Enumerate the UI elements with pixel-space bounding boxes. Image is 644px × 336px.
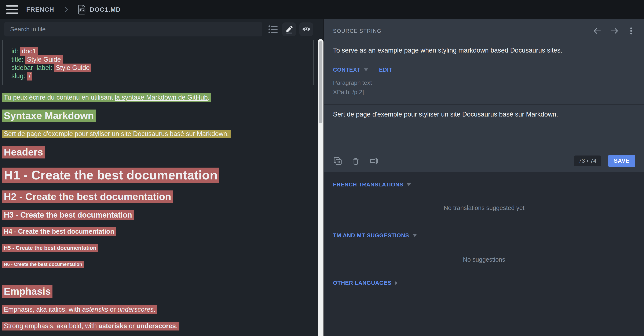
frontmatter-line[interactable]: title: Style Guide: [12, 55, 305, 64]
triangle-down-icon: [407, 183, 411, 186]
char-count-badge: 73 • 74: [574, 155, 601, 166]
context-type-text: Paragraph text: [333, 79, 635, 86]
edit-context-link[interactable]: EDIT: [379, 67, 392, 73]
edit-mode-button[interactable]: [282, 23, 296, 36]
search-input[interactable]: [4, 22, 262, 37]
breadcrumb-file[interactable]: DOC1.MD: [90, 6, 121, 13]
copy-source-icon: [333, 156, 342, 166]
triangle-right-icon: [395, 281, 398, 285]
kebab-menu-icon: [627, 26, 635, 36]
next-string-button[interactable]: [610, 27, 620, 35]
doc-heading-string-h5[interactable]: H5 - Create the best documentation: [2, 244, 315, 251]
string-list-button[interactable]: [268, 24, 279, 35]
source-string-header: SOURCE STRING: [333, 26, 635, 36]
doc-heading-string-h2[interactable]: Headers: [2, 146, 315, 158]
no-translations-message: No translations suggested yet: [333, 205, 635, 211]
doc-heading-string-h4[interactable]: H4 - Create the best documentation: [2, 228, 315, 236]
editor-toolbar: 73 • 74 SAVE: [333, 155, 635, 172]
preview-mode-button[interactable]: [299, 23, 313, 36]
context-xpath-text: XPath: /p[2]: [333, 89, 635, 96]
doc-paragraph-string[interactable]: Emphasis, aka italics, with asterisks or…: [2, 305, 315, 314]
doc-paragraph-string[interactable]: Sert de page d'exemple pour styliser un …: [2, 130, 315, 138]
arrow-left-icon: [592, 27, 602, 35]
doc-paragraph-string[interactable]: Tu peux écrire du contenu en utilisant l…: [2, 93, 315, 102]
doc-heading-string-h6[interactable]: H6 - Create the best documentation: [2, 261, 315, 267]
translation-panel: SOURCE STRING: [324, 19, 644, 336]
context-toggle[interactable]: CONTEXT: [333, 67, 368, 73]
source-string-label: SOURCE STRING: [333, 28, 382, 34]
suggestions-area: FRENCH TRANSLATIONS No translations sugg…: [324, 172, 644, 336]
translation-input[interactable]: Sert de page d'exemple pour styliser un …: [333, 111, 635, 118]
french-translations-toggle[interactable]: FRENCH TRANSLATIONS: [333, 181, 411, 188]
file-preview-panel: id: doc1title: Style Guidesidebar_label:…: [0, 19, 317, 336]
arrow-right-icon: [610, 27, 620, 35]
scrollbar: [317, 19, 324, 336]
breadcrumb-project[interactable]: FRENCH: [26, 6, 54, 13]
doc-heading-string-h3[interactable]: H3 - Create the best documentation: [2, 211, 315, 220]
eye-icon: [302, 25, 311, 34]
copy-source-button[interactable]: [333, 156, 342, 166]
previous-string-button[interactable]: [592, 27, 602, 35]
horizontal-rule: [2, 277, 314, 277]
trash-icon: [352, 156, 360, 166]
tm-mt-suggestions-toggle[interactable]: TM AND MT SUGGESTIONS: [333, 232, 417, 239]
breadcrumb: FRENCH DOC1.MD: [18, 5, 121, 15]
doc-blocks: Tu peux écrire du contenu en utilisant l…: [2, 93, 315, 330]
triangle-down-icon: [412, 234, 417, 237]
pencil-icon: [285, 25, 294, 34]
string-navigation: [592, 26, 635, 36]
topbar: FRENCH DOC1.MD: [0, 0, 644, 19]
menu-button[interactable]: [6, 5, 18, 14]
scrollbar-track[interactable]: [318, 39, 324, 336]
file-toolbar: [0, 19, 317, 37]
frontmatter-line[interactable]: id: doc1: [12, 47, 305, 55]
select-text-button[interactable]: [370, 156, 379, 166]
markdown-file-icon: [78, 5, 86, 15]
app-window: FRENCH DOC1.MD: [0, 0, 644, 336]
context-row: CONTEXT EDIT: [333, 67, 635, 73]
other-languages-toggle[interactable]: OTHER LANGUAGES: [333, 280, 398, 286]
frontmatter-box: id: doc1title: Style Guidesidebar_label:…: [2, 40, 314, 85]
list-icon: [268, 24, 279, 35]
main-split: id: doc1title: Style Guidesidebar_label:…: [0, 19, 644, 336]
doc-paragraph-string[interactable]: Strong emphasis, aka bold, with asterisk…: [2, 322, 315, 330]
hamburger-icon: [6, 5, 18, 7]
save-button[interactable]: SAVE: [608, 155, 635, 167]
translation-editor-card: Sert de page d'exemple pour styliser un …: [324, 105, 644, 172]
doc-heading-string-h2[interactable]: Emphasis: [2, 285, 315, 297]
source-string-card: SOURCE STRING: [324, 19, 644, 104]
frontmatter-line[interactable]: sidebar_label: Style Guide: [12, 64, 305, 72]
frontmatter-line[interactable]: slug: /: [12, 72, 305, 80]
chevron-right-icon: [62, 5, 70, 14]
delete-translation-button[interactable]: [352, 156, 360, 166]
doc-heading-string-h1[interactable]: H1 - Create the best documentation: [2, 168, 315, 183]
doc-heading-string-h2[interactable]: H2 - Create the best documentation: [2, 191, 315, 203]
no-suggestions-message: No suggestions: [333, 256, 635, 263]
text-cursor-icon: [370, 156, 379, 166]
triangle-down-icon: [364, 68, 368, 71]
more-options-button[interactable]: [627, 26, 635, 36]
document-body: id: doc1title: Style Guidesidebar_label:…: [0, 37, 317, 336]
doc-heading-string-h2[interactable]: Syntaxe Markdown: [2, 110, 315, 122]
scrollbar-thumb[interactable]: [319, 41, 322, 123]
source-string-text: To serve as an example page when styling…: [333, 47, 635, 54]
